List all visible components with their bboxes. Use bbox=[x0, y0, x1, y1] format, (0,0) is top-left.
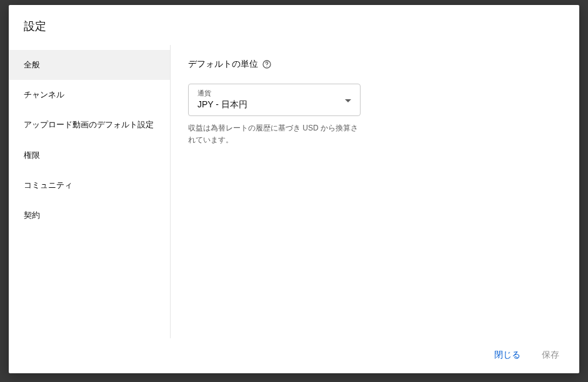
sidebar-item-agreements[interactable]: 契約 bbox=[9, 200, 170, 230]
chevron-down-icon bbox=[345, 94, 351, 105]
close-button[interactable]: 閉じる bbox=[489, 346, 526, 365]
modal-title: 設定 bbox=[24, 19, 564, 34]
sidebar-item-channel[interactable]: チャンネル bbox=[9, 80, 170, 110]
modal-body: 全般 チャンネル アップロード動画のデフォルト設定 権限 コミュニティ 契約 デ… bbox=[9, 45, 579, 338]
settings-content: デフォルトの単位 通貨 JPY - 日本円 bbox=[171, 45, 579, 338]
help-icon[interactable] bbox=[262, 59, 272, 69]
sidebar-item-label: 全般 bbox=[24, 60, 40, 69]
sidebar-item-label: チャンネル bbox=[24, 90, 64, 99]
modal-header: 設定 bbox=[9, 5, 579, 45]
currency-select-value: JPY - 日本円 bbox=[197, 99, 351, 110]
settings-sidebar: 全般 チャンネル アップロード動画のデフォルト設定 権限 コミュニティ 契約 bbox=[9, 45, 171, 338]
sidebar-item-general[interactable]: 全般 bbox=[9, 50, 170, 80]
sidebar-item-label: コミュニティ bbox=[24, 180, 72, 190]
sidebar-item-permissions[interactable]: 権限 bbox=[9, 140, 170, 170]
section-title: デフォルトの単位 bbox=[188, 59, 258, 70]
section-title-row: デフォルトの単位 bbox=[188, 59, 562, 70]
settings-modal: 設定 全般 チャンネル アップロード動画のデフォルト設定 権限 コミュニティ 契… bbox=[9, 5, 579, 373]
sidebar-item-upload-defaults[interactable]: アップロード動画のデフォルト設定 bbox=[9, 110, 170, 140]
sidebar-item-community[interactable]: コミュニティ bbox=[9, 170, 170, 200]
sidebar-item-label: 権限 bbox=[24, 150, 40, 160]
currency-helper-text: 収益は為替レートの履歴に基づき USD から換算されています。 bbox=[188, 122, 361, 146]
sidebar-item-label: アップロード動画のデフォルト設定 bbox=[24, 120, 154, 129]
svg-point-1 bbox=[266, 66, 267, 67]
currency-select[interactable]: 通貨 JPY - 日本円 bbox=[188, 84, 361, 116]
currency-select-wrap: 通貨 JPY - 日本円 bbox=[188, 84, 361, 116]
sidebar-item-label: 契約 bbox=[24, 210, 40, 220]
save-button[interactable]: 保存 bbox=[537, 346, 564, 365]
modal-footer: 閉じる 保存 bbox=[9, 338, 579, 373]
currency-select-label: 通貨 bbox=[197, 89, 351, 97]
